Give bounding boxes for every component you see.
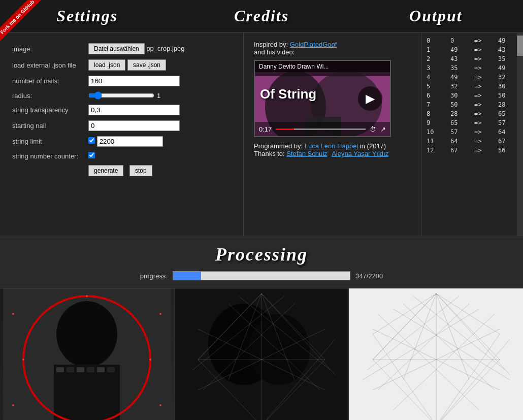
action-row: generate stop (10, 163, 233, 179)
counter-row: string number counter: (10, 149, 233, 163)
radius-row: radius: 1 (10, 89, 233, 102)
svg-point-25 (249, 314, 310, 385)
row-to: 49 (497, 37, 519, 45)
starting-nail-row: starting nail 0 (10, 118, 233, 134)
svg-rect-7 (54, 365, 120, 420)
tab-output[interactable]: Output (349, 2, 523, 30)
row-to: 50 (497, 91, 519, 100)
row-index: 3 (425, 64, 448, 72)
settings-table: image: Datei auswählen pp_crop.jpeg load… (10, 41, 233, 179)
inspired-link[interactable]: GoldPlatedGoof (290, 41, 337, 48)
load-json-button[interactable]: load .json (88, 59, 125, 71)
row-from: 32 (449, 82, 472, 90)
video-controls: 0:17 ⏱ ↗ (255, 122, 390, 136)
row-index: 10 (425, 128, 448, 136)
transparency-row: string transparency 0,3 (10, 102, 233, 118)
row-to: 57 (497, 119, 519, 127)
table-row: 4 49 => 32 (425, 73, 519, 81)
transparency-input[interactable]: 0,3 (88, 105, 180, 115)
video-progress-bar[interactable] (276, 128, 366, 130)
credits-panel: Inspired by: GoldPlatedGoof and his vide… (244, 33, 421, 236)
row-to: 28 (497, 101, 519, 109)
table-row: 3 35 => 49 (425, 64, 519, 72)
processing-section: Processing progress: 347/2200 (0, 236, 523, 288)
github-ribbon[interactable]: Fork me on GitHub (0, 0, 46, 46)
string-limit-label: string limit (10, 134, 86, 149)
programmer-link[interactable]: Luca Leon Happel (305, 142, 358, 150)
row-arrow: => (473, 73, 496, 81)
original-preview-svg (3, 288, 171, 420)
svg-rect-11 (87, 367, 94, 372)
thanks-text: Thanks to: Stefan Schulz Aleyna Yaşar Yı… (254, 150, 411, 157)
row-from: 65 (449, 119, 472, 127)
nails-input[interactable]: 160 (88, 76, 180, 86)
row-from: 64 (449, 137, 472, 145)
string-limit-input[interactable]: 2200 (97, 136, 163, 147)
output-scrollbar[interactable] (517, 33, 523, 236)
svg-point-17 (22, 359, 24, 361)
radius-slider[interactable] (88, 91, 154, 100)
row-arrow: => (473, 110, 496, 118)
row-arrow: => (473, 64, 496, 72)
svg-point-22 (12, 404, 14, 406)
string-art-dark-svg (178, 288, 345, 420)
table-row: 12 67 => 56 (425, 146, 519, 154)
row-index: 11 (425, 137, 448, 145)
video-thumbnail[interactable]: Danny Devito Drawn Wi... Of String ▶ 0:1… (254, 60, 391, 137)
row-arrow: => (473, 146, 496, 154)
row-to: 65 (497, 110, 519, 118)
generate-button[interactable]: generate (88, 165, 123, 176)
file-name: pp_crop.jpeg (146, 45, 184, 52)
row-index: 7 (425, 101, 448, 109)
counter-checkbox[interactable] (88, 152, 95, 158)
output-table: 0 0 => 49 1 49 => 43 2 43 => 35 3 35 => … (424, 36, 520, 155)
row-arrow: => (473, 82, 496, 90)
video-of-string-text: Of String (260, 86, 316, 102)
row-arrow: => (473, 128, 496, 136)
row-index: 12 (425, 146, 448, 154)
thanks-link-1[interactable]: Stefan Schulz (286, 150, 327, 157)
progress-row: progress: 347/2200 (0, 271, 523, 280)
table-row: 10 57 => 64 (425, 128, 519, 136)
table-row: 9 65 => 57 (425, 119, 519, 127)
svg-rect-10 (77, 367, 84, 372)
string-limit-checkbox[interactable] (88, 137, 95, 144)
tab-credits[interactable]: Credits (174, 2, 348, 30)
row-from: 67 (449, 146, 472, 154)
row-to: 67 (497, 137, 519, 145)
thanks-link-2[interactable]: Aleyna Yaşar Yıldız (332, 150, 388, 157)
starting-nail-input[interactable]: 0 (88, 120, 180, 131)
video-share-icon[interactable]: ↗ (380, 125, 386, 133)
row-to: 64 (497, 128, 519, 136)
video-play-button[interactable]: ▶ (358, 86, 382, 111)
table-row: 8 28 => 65 (425, 110, 519, 118)
counter-label: string number counter: (10, 149, 86, 163)
file-choose-button[interactable]: Datei auswählen (88, 43, 145, 54)
row-to: 49 (497, 64, 519, 72)
table-row: 2 43 => 35 (425, 55, 519, 63)
row-index: 9 (425, 119, 448, 127)
row-from: 49 (449, 46, 472, 54)
table-row: 1 49 => 43 (425, 46, 519, 54)
row-index: 0 (425, 37, 448, 45)
string-art-light-svg (352, 288, 520, 420)
github-link[interactable]: Fork me on GitHub (0, 0, 42, 42)
stop-button[interactable]: stop (129, 165, 152, 176)
svg-rect-9 (67, 367, 74, 372)
settings-panel: image: Datei auswählen pp_crop.jpeg load… (0, 33, 244, 236)
and-his-video-text: and his video: (254, 48, 411, 56)
string-limit-row: string limit 2200 (10, 134, 233, 149)
row-index: 1 (425, 46, 448, 54)
row-arrow: => (473, 91, 496, 100)
progress-bar-fill (173, 272, 201, 280)
json-label: load external .json file (10, 57, 86, 73)
row-from: 0 (449, 37, 472, 45)
nails-row: number of nails: 160 (10, 73, 233, 89)
svg-point-16 (149, 359, 151, 361)
save-json-button[interactable]: save .json (127, 59, 166, 71)
row-to: 35 (497, 55, 519, 63)
row-arrow: => (473, 46, 496, 54)
row-to: 32 (497, 73, 519, 81)
row-from: 28 (449, 110, 472, 118)
svg-rect-13 (107, 367, 115, 372)
